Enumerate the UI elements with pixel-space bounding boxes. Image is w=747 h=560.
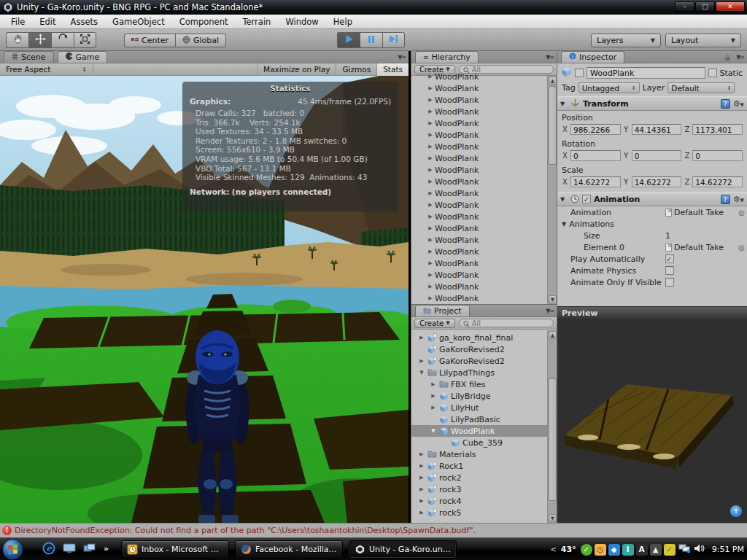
project-tree-item[interactable]: ▶LilyHut <box>411 402 547 413</box>
tab-inspector[interactable]: i Inspector <box>561 51 624 63</box>
scroll-down-icon[interactable]: ▼ <box>549 295 557 303</box>
hierarchy-item[interactable]: ▶WoodPlank <box>411 164 547 176</box>
scrollbar-thumb[interactable] <box>549 378 557 501</box>
scale-z-field[interactable] <box>692 176 743 187</box>
hierarchy-item[interactable]: ▶WoodPlank <box>411 129 547 141</box>
preview-header[interactable]: Preview <box>557 306 747 319</box>
expand-arrow-icon[interactable]: ▶ <box>426 85 435 91</box>
static-checkbox[interactable] <box>708 69 717 77</box>
hierarchy-scrollbar[interactable]: ▲ ▼ <box>547 76 557 304</box>
layout-dropdown[interactable]: Layout ▼ <box>665 34 741 47</box>
object-name-field[interactable] <box>587 67 705 79</box>
project-scrollbar[interactable]: ▲ ▼ <box>547 330 557 523</box>
panel-menu-icon[interactable]: ▼≡ <box>736 54 744 61</box>
expand-arrow-icon[interactable]: ▶ <box>426 272 435 278</box>
task-button-firefox[interactable]: Facebook - Mozilla ... <box>235 540 343 559</box>
size-value[interactable]: 1 <box>665 231 670 241</box>
project-tree-item[interactable]: Cube_359 <box>411 437 547 448</box>
gizmos-button[interactable]: Gizmos <box>336 63 376 76</box>
expand-arrow-icon[interactable]: ▶ <box>426 295 435 301</box>
expand-arrow-icon[interactable]: ▶ <box>417 335 426 341</box>
expand-arrow-icon[interactable]: ▶ <box>426 132 435 138</box>
play-automatically-checkbox[interactable] <box>665 254 674 263</box>
project-tree-item[interactable]: ▶Materials <box>411 448 547 460</box>
hierarchy-item[interactable]: ▶WoodPlank <box>411 246 547 257</box>
menu-help[interactable]: Help <box>327 15 359 28</box>
hand-tool-button[interactable] <box>6 32 28 48</box>
expand-arrow-icon[interactable]: ▶ <box>426 225 435 231</box>
scroll-up-icon[interactable]: ▲ <box>549 77 557 85</box>
aspect-dropdown[interactable]: Free Aspect ↕ <box>0 63 93 76</box>
console-status-bar[interactable]: ! DirectoryNotFoundException: Could not … <box>0 523 747 537</box>
tray-app-i-icon[interactable]: I <box>622 544 634 556</box>
maximize-button[interactable]: □ <box>695 1 715 12</box>
expand-arrow-icon[interactable]: ▶ <box>417 451 426 457</box>
expand-arrow-icon[interactable]: ▶ <box>426 74 435 79</box>
project-create-button[interactable]: Create ▼ <box>414 319 455 328</box>
expand-arrow-icon[interactable]: ▶ <box>426 155 435 161</box>
project-tree-item[interactable]: ▶GaKoroRevised2 <box>411 355 547 367</box>
project-tree-item[interactable]: GaKoroRevised2 <box>411 343 547 355</box>
project-tree-item[interactable]: ▶rock4 <box>411 495 547 507</box>
hierarchy-item[interactable]: ▶WoodPlank <box>411 187 547 199</box>
menu-terrain[interactable]: Terrain <box>236 15 277 28</box>
project-tree-item[interactable]: ▼WoodPlank <box>411 425 547 437</box>
hierarchy-item[interactable]: ▶WoodPlank <box>411 269 547 281</box>
hierarchy-item[interactable]: ▶WoodPlank <box>411 117 547 129</box>
maximize-on-play-button[interactable]: Maximize on Play <box>257 63 336 76</box>
scale-x-field[interactable] <box>570 176 621 187</box>
preview-pane[interactable]: + <box>557 319 747 523</box>
expand-arrow-icon[interactable]: ▶ <box>417 358 426 364</box>
element-value[interactable]: Default Take <box>665 243 724 252</box>
position-z-field[interactable] <box>692 124 743 135</box>
hierarchy-item[interactable]: ▶WoodPlank <box>411 141 547 152</box>
rotate-tool-button[interactable] <box>51 32 74 48</box>
expand-arrow-icon[interactable]: ▶ <box>417 463 426 469</box>
tab-project[interactable]: Project <box>415 305 470 316</box>
position-x-field[interactable] <box>570 124 621 135</box>
show-desktop-icon[interactable] <box>63 542 76 555</box>
expand-arrow-icon[interactable]: ▶ <box>429 381 438 387</box>
help-book-icon[interactable]: ? <box>721 99 730 109</box>
tab-game[interactable]: Game <box>58 51 108 63</box>
close-button[interactable]: ✕ <box>716 1 745 12</box>
animation-clip-value[interactable]: Default Take <box>665 208 724 217</box>
layer-dropdown[interactable]: Default ↕ <box>667 82 735 93</box>
expand-arrow-icon[interactable]: ▶ <box>426 144 435 149</box>
network-icon[interactable] <box>678 543 691 556</box>
expand-arrow-icon[interactable]: ▶ <box>417 510 426 516</box>
project-tree-item[interactable]: ▶rock3 <box>411 483 547 495</box>
step-button[interactable] <box>382 32 405 48</box>
expand-arrow-icon[interactable]: ▶ <box>426 109 435 114</box>
play-button[interactable] <box>337 32 360 48</box>
panel-menu-icon[interactable]: ▼≡ <box>546 54 554 61</box>
project-tree-item[interactable]: ▶FBX files <box>411 378 547 390</box>
scale-y-field[interactable] <box>632 176 682 187</box>
tag-dropdown[interactable]: Untagged ↕ <box>578 82 640 93</box>
hierarchy-item[interactable]: ▶WoodPlank <box>411 106 547 117</box>
expand-arrow-icon[interactable]: ▶ <box>417 486 426 492</box>
hierarchy-item[interactable]: ▶WoodPlank <box>411 292 547 304</box>
volume-icon[interactable] <box>694 543 705 556</box>
animation-enabled-checkbox[interactable] <box>582 195 591 203</box>
rotation-z-field[interactable] <box>692 150 743 161</box>
tray-antivirus-icon[interactable]: ✓ <box>581 544 592 556</box>
taskbar-clock[interactable]: 9:51 PM <box>712 545 744 554</box>
foldout-arrow-icon[interactable]: ▼ <box>560 196 568 203</box>
object-picker-icon[interactable]: ◎ <box>738 209 745 217</box>
layers-dropdown[interactable]: Layers ▼ <box>591 34 661 47</box>
project-tree-item[interactable]: ▶rock5 <box>411 507 547 518</box>
object-picker-icon[interactable]: ◎ <box>738 244 745 252</box>
minimize-button[interactable]: – <box>675 1 694 12</box>
expand-arrow-icon[interactable]: ▶ <box>429 393 438 399</box>
quick-launch-overflow-icon[interactable]: » <box>104 544 109 553</box>
expand-arrow-icon[interactable]: ▶ <box>417 475 426 481</box>
hierarchy-item[interactable]: ▶WoodPlank <box>411 71 547 82</box>
move-tool-button[interactable] <box>28 32 51 48</box>
hierarchy-item[interactable]: ▶WoodPlank <box>411 234 547 246</box>
expand-arrow-icon[interactable]: ▶ <box>426 190 435 196</box>
project-tree-item[interactable]: LilyPadBasic <box>411 413 547 425</box>
menu-assets[interactable]: Assets <box>64 15 104 28</box>
tray-dropbox-icon[interactable]: ◆ <box>608 544 620 556</box>
tray-reminder-icon[interactable]: ◷ <box>595 544 606 556</box>
